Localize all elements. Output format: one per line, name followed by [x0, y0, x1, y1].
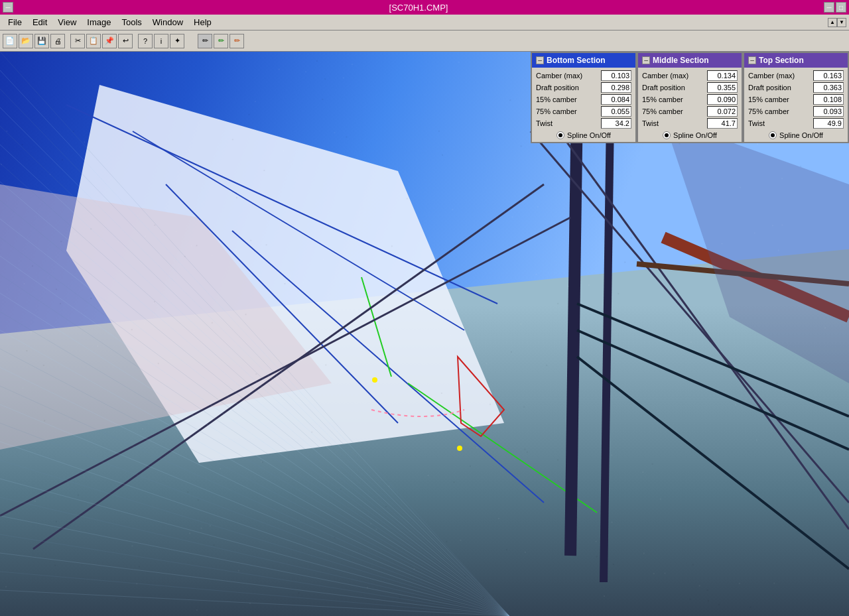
- bottom-camber15-row: 15% camber 0.084: [536, 94, 631, 105]
- top-spline-radio[interactable]: [769, 131, 777, 139]
- menu-view[interactable]: View: [52, 16, 82, 29]
- middle-twist-label: Twist: [642, 119, 659, 127]
- panels-container: ─ Bottom Section Camber (max) 0.103 Draf…: [531, 52, 849, 143]
- bottom-draft-value[interactable]: 0.298: [601, 82, 631, 93]
- middle-spline-radio-inner: [665, 133, 669, 137]
- middle-section-body: Camber (max) 0.134 Draft position 0.355 …: [638, 68, 742, 142]
- toolbar-save[interactable]: 💾: [34, 34, 49, 48]
- bottom-minimize-button[interactable]: ─: [536, 56, 544, 64]
- top-section-body: Camber (max) 0.163 Draft position 0.363 …: [744, 68, 848, 142]
- top-draft-value[interactable]: 0.363: [813, 82, 844, 93]
- menu-window[interactable]: Window: [147, 16, 188, 29]
- middle-spline-row: Spline On/Off: [642, 131, 738, 139]
- middle-draft-label: Draft position: [642, 84, 685, 92]
- top-minimize-button[interactable]: ─: [748, 56, 756, 64]
- bottom-twist-value[interactable]: 34.2: [601, 118, 631, 129]
- middle-twist-row: Twist 41.7: [642, 118, 738, 129]
- bottom-twist-label: Twist: [536, 119, 553, 127]
- middle-spline-radio[interactable]: [663, 131, 671, 139]
- top-camber15-value[interactable]: 0.108: [813, 94, 844, 105]
- middle-camber-max-label: Camber (max): [642, 72, 688, 80]
- toolbar-print[interactable]: 🖨: [50, 34, 65, 48]
- top-camber75-value[interactable]: 0.093: [813, 106, 844, 117]
- middle-camber15-value[interactable]: 0.090: [707, 94, 738, 105]
- titlebar-right-controls: ─ □: [824, 2, 846, 13]
- middle-section-panel: ─ Middle Section Camber (max) 0.134 Draf…: [637, 52, 743, 143]
- window-title: [SC70H1.CMP]: [389, 3, 448, 13]
- toolbar-about[interactable]: i: [154, 34, 168, 48]
- titlebar-left-controls: ─: [3, 2, 13, 13]
- top-section-title: Top Section: [759, 56, 804, 65]
- toolbar-open[interactable]: 📂: [19, 34, 33, 48]
- toolbar-cut[interactable]: ✂: [70, 34, 85, 48]
- minimize-button[interactable]: ─: [824, 2, 834, 13]
- top-camber-max-value[interactable]: 0.163: [813, 70, 844, 81]
- middle-camber75-row: 75% camber 0.072: [642, 106, 738, 117]
- menu-image[interactable]: Image: [82, 16, 116, 29]
- top-draft-row: Draft position 0.363: [748, 82, 844, 93]
- toolbar-eraser[interactable]: ✏: [229, 34, 244, 48]
- toolbar-paste[interactable]: 📌: [102, 34, 117, 48]
- bottom-spline-radio-inner: [558, 133, 562, 137]
- toolbar-copy[interactable]: 📋: [86, 34, 101, 48]
- top-camber75-row: 75% camber 0.093: [748, 106, 844, 117]
- menu-file[interactable]: File: [3, 16, 27, 29]
- toolbar-help[interactable]: ?: [138, 34, 153, 48]
- bottom-spline-radio[interactable]: [556, 131, 564, 139]
- middle-camber-max-value[interactable]: 0.134: [707, 70, 738, 81]
- middle-draft-row: Draft position 0.355: [642, 82, 738, 93]
- top-twist-row: Twist 49.9: [748, 118, 844, 129]
- middle-camber75-label: 75% camber: [642, 107, 683, 115]
- top-twist-value[interactable]: 49.9: [813, 118, 844, 129]
- bottom-section-body: Camber (max) 0.103 Draft position 0.298 …: [532, 68, 635, 142]
- menu-edit[interactable]: Edit: [27, 16, 52, 29]
- menubar: File Edit View Image Tools Window Help ▲…: [0, 15, 849, 31]
- top-camber-max-row: Camber (max) 0.163: [748, 70, 844, 81]
- top-draft-label: Draft position: [748, 84, 791, 92]
- bottom-spline-label: Spline On/Off: [567, 131, 611, 139]
- toolbar-pencil[interactable]: ✏: [198, 34, 212, 48]
- bottom-section-header: ─ Bottom Section: [532, 53, 635, 68]
- toolbar-brush[interactable]: ✏: [214, 34, 228, 48]
- middle-draft-value[interactable]: 0.355: [707, 82, 738, 93]
- bottom-camber-max-label: Camber (max): [536, 72, 582, 80]
- bottom-spline-row: Spline On/Off: [536, 131, 631, 139]
- middle-camber15-label: 15% camber: [642, 95, 683, 103]
- middle-minimize-button[interactable]: ─: [642, 56, 650, 64]
- bottom-camber75-value[interactable]: 0.055: [601, 106, 631, 117]
- top-camber15-row: 15% camber 0.108: [748, 94, 844, 105]
- top-camber75-label: 75% camber: [748, 107, 789, 115]
- toolbar-new[interactable]: 📄: [3, 34, 17, 48]
- toolbar-extra[interactable]: ✦: [170, 34, 184, 48]
- top-spline-label: Spline On/Off: [779, 131, 823, 139]
- top-section-header: ─ Top Section: [744, 53, 848, 68]
- middle-twist-value[interactable]: 41.7: [707, 118, 738, 129]
- bottom-camber75-label: 75% camber: [536, 107, 577, 115]
- menu-tools[interactable]: Tools: [116, 16, 147, 29]
- top-twist-label: Twist: [748, 119, 765, 127]
- top-camber-max-label: Camber (max): [748, 72, 795, 80]
- bottom-camber15-label: 15% camber: [536, 95, 577, 103]
- bottom-camber-max-value[interactable]: 0.103: [601, 70, 631, 81]
- middle-camber-max-row: Camber (max) 0.134: [642, 70, 738, 81]
- top-camber15-label: 15% camber: [748, 95, 789, 103]
- maximize-button[interactable]: □: [836, 2, 846, 13]
- window-scroll-down[interactable]: ▼: [837, 18, 846, 27]
- bottom-section-title: Bottom Section: [547, 56, 606, 65]
- top-spline-row: Spline On/Off: [748, 131, 844, 139]
- middle-section-title: Middle Section: [653, 56, 709, 65]
- bottom-section-panel: ─ Bottom Section Camber (max) 0.103 Draf…: [531, 52, 637, 143]
- bottom-draft-label: Draft position: [536, 84, 579, 92]
- middle-camber15-row: 15% camber 0.090: [642, 94, 738, 105]
- top-section-panel: ─ Top Section Camber (max) 0.163 Draft p…: [743, 52, 849, 143]
- bottom-draft-row: Draft position 0.298: [536, 82, 631, 93]
- system-menu-button[interactable]: ─: [3, 2, 13, 13]
- bottom-camber15-value[interactable]: 0.084: [601, 94, 631, 105]
- menu-help[interactable]: Help: [188, 16, 217, 29]
- bottom-camber75-row: 75% camber 0.055: [536, 106, 631, 117]
- bottom-twist-row: Twist 34.2: [536, 118, 631, 129]
- middle-camber75-value[interactable]: 0.072: [707, 106, 738, 117]
- toolbar: 📄 📂 💾 🖨 ✂ 📋 📌 ↩ ? i ✦ ✏ ✏ ✏: [0, 31, 849, 52]
- window-scroll-up[interactable]: ▲: [828, 18, 837, 27]
- toolbar-undo[interactable]: ↩: [118, 34, 133, 48]
